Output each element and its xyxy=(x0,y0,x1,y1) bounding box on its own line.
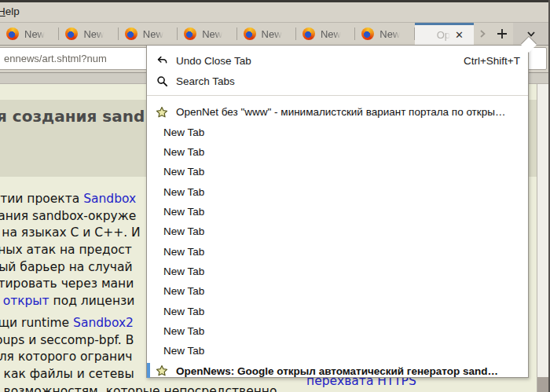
tab-new-tab[interactable]: New xyxy=(237,23,296,45)
firefox-icon xyxy=(6,27,19,40)
star-icon xyxy=(156,106,168,119)
tab-title: New xyxy=(202,28,222,40)
tabs-dropdown-menu: Undo Close Tab Ctrl+Shift+T Search Tabs … xyxy=(146,45,529,378)
tab-title: New xyxy=(24,28,45,40)
plus-icon xyxy=(496,27,508,40)
window-top-border xyxy=(0,0,550,2)
menu-item-label: Undo Close Tab xyxy=(176,55,251,67)
menu-tab-item[interactable]: New Tab xyxy=(147,241,528,261)
firefox-icon xyxy=(125,27,138,40)
star-icon xyxy=(420,29,433,42)
menu-tab-item-label: New Tab xyxy=(163,146,204,158)
menu-tab-item-label: New Tab xyxy=(163,325,204,337)
article-text: ный барьер на случай xyxy=(0,260,133,274)
tab-title: Op xyxy=(437,29,450,41)
article-text: ытии проекта xyxy=(0,192,83,206)
menu-item-search-tabs[interactable]: Search Tabs xyxy=(147,71,528,91)
tab-bar: NewNewNewNewNewNewNew Op ✕ xyxy=(0,23,550,46)
tab-new-tab[interactable]: New xyxy=(355,23,414,45)
article-link[interactable]: Sandbox2 xyxy=(73,316,134,330)
menu-tab-item-label: New Tab xyxy=(163,266,204,277)
tab-new-tab[interactable]: New xyxy=(59,23,118,45)
star-icon xyxy=(156,106,168,119)
menu-tab-item-label: New Tab xyxy=(163,225,204,237)
article-link[interactable]: открыт xyxy=(3,294,50,308)
tab-new-tab[interactable]: New xyxy=(296,23,355,45)
star-icon xyxy=(156,365,168,377)
menu-tab-item-label: New Tab xyxy=(163,285,204,297)
menu-separator xyxy=(147,95,528,96)
tab-title: New xyxy=(321,28,341,40)
menu-tab-item-label: New Tab xyxy=(163,306,204,317)
menu-tab-item-label: New Tab xyxy=(163,186,204,198)
menu-item-label: Search Tabs xyxy=(176,75,235,87)
firefox-icon xyxy=(302,27,315,40)
article-text: к на языках C и C++. И xyxy=(0,225,141,240)
help-menu[interactable]: Help xyxy=(0,5,20,17)
menu-item-shortcut: Ctrl+Shift+T xyxy=(464,55,520,67)
menu-tab-item-label: New Tab xyxy=(163,345,204,357)
scroll-tabs-right-button[interactable] xyxy=(474,23,492,45)
menu-tab-item-label: New Tab xyxy=(163,206,204,218)
tab-active-opennews[interactable]: Op ✕ xyxy=(415,23,474,45)
menu-tab-item[interactable]: New Tab xyxy=(147,281,528,301)
open-tabs-list: OpenNet без "www" - минималистский вариа… xyxy=(147,100,528,381)
menu-tab-item[interactable]: New Tab xyxy=(147,162,528,181)
tab-new-tab[interactable]: New xyxy=(178,23,236,45)
page-scrollbar[interactable] xyxy=(537,82,549,392)
menu-bar: Help xyxy=(0,2,550,23)
menu-tab-item[interactable]: New Tab xyxy=(147,262,528,281)
tab-new-tab[interactable]: New xyxy=(119,23,178,45)
menu-tab-item[interactable]: New Tab xyxy=(147,341,528,361)
scrollbar-thumb[interactable] xyxy=(537,377,549,392)
chevron-right-icon xyxy=(478,29,487,38)
url-text: ennews/art.shtml?num xyxy=(0,53,107,64)
menu-tab-item[interactable]: New Tab xyxy=(147,222,528,241)
article-text-line: м возможностям, которые непосредственно xyxy=(0,383,277,392)
article-text: вания sandbox-окруже xyxy=(0,209,136,223)
tab-title: New xyxy=(262,28,282,40)
article-text: ьных атак на предост xyxy=(0,243,132,257)
undo-icon xyxy=(156,54,168,67)
menu-tab-item-label: OpenNet без "www" - минималистский вариа… xyxy=(176,106,505,118)
open-new-tab-button[interactable] xyxy=(492,23,513,45)
tab-new-tab[interactable]: New xyxy=(0,23,59,45)
tab-title: New xyxy=(380,28,400,40)
article-text: под лицензи xyxy=(50,294,135,308)
article-text: атировать через мани xyxy=(0,277,134,291)
search-icon xyxy=(156,75,168,87)
article-link[interactable]: Sandbox xyxy=(83,192,136,206)
new-tabs-group: NewNewNewNewNewNewNew xyxy=(0,23,415,45)
article-text: м возможностям, которые непосредственно xyxy=(0,384,277,392)
menu-tab-item-label: New Tab xyxy=(163,126,204,138)
article-text: для которого огранич xyxy=(0,350,132,364)
article-text: ощи runtime xyxy=(0,316,73,330)
star-icon xyxy=(156,365,168,377)
article-title: я создания sand xyxy=(0,107,145,126)
menu-item-undo-close-tab[interactable]: Undo Close Tab Ctrl+Shift+T xyxy=(147,50,528,71)
article-text: м как файлы и сетевы xyxy=(0,367,134,381)
menu-tab-item[interactable]: New Tab xyxy=(147,142,528,162)
firefox-icon xyxy=(184,27,196,40)
menu-tab-item[interactable]: New Tab xyxy=(147,181,528,201)
tab-title: New xyxy=(143,28,163,40)
browser-window: Help NewNewNewNewNewNewNew Op ✕ ennew xyxy=(0,0,550,392)
tab-title: New xyxy=(83,28,104,40)
menu-tab-item-label: New Tab xyxy=(163,166,204,178)
article-text: roups и seccomp-bpf. В xyxy=(0,333,134,347)
menu-tab-item[interactable]: OpenNet без "www" - минималистский вариа… xyxy=(147,102,528,122)
menu-tab-item-label: New Tab xyxy=(163,246,204,258)
menu-tab-item[interactable]: New Tab xyxy=(147,202,528,222)
menu-tab-item[interactable]: New Tab xyxy=(147,321,528,341)
menu-tab-item-label: OpenNews: Google открыл автоматический г… xyxy=(176,365,498,377)
firefox-icon xyxy=(361,27,374,40)
menu-tab-item[interactable]: New Tab xyxy=(147,301,528,321)
menu-tab-item[interactable]: OpenNews: Google открыл автоматический г… xyxy=(147,361,528,380)
menu-tab-item[interactable]: New Tab xyxy=(147,122,528,141)
firefox-icon xyxy=(65,27,78,40)
close-tab-icon[interactable]: ✕ xyxy=(455,30,464,40)
firefox-icon xyxy=(244,27,256,40)
